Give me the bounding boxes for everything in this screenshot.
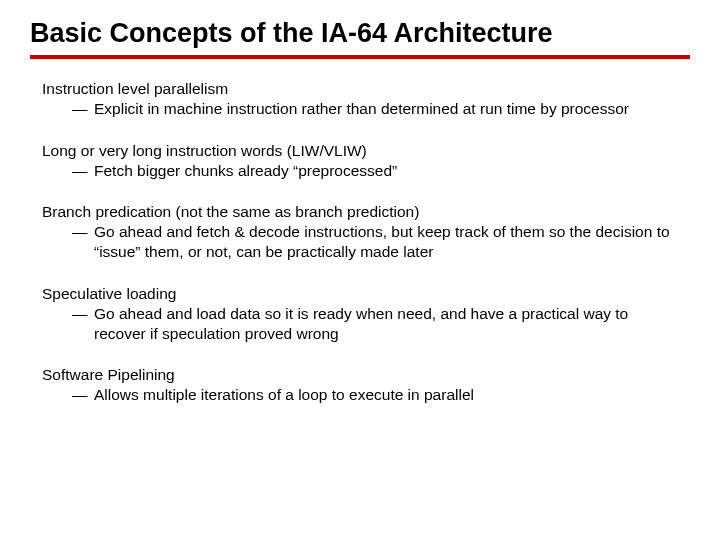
topic-speculative: Speculative loading — Go ahead and load … <box>30 284 690 343</box>
topic-sub: — Go ahead and fetch & decode instructio… <box>30 222 690 262</box>
bullet-dash-icon: — <box>72 304 94 344</box>
topic-sub-text: Fetch bigger chunks already “preprocesse… <box>94 161 680 181</box>
topic-sub-text: Go ahead and load data so it is ready wh… <box>94 304 680 344</box>
topic-predication: Branch predication (not the same as bran… <box>30 202 690 261</box>
bullet-dash-icon: — <box>72 99 94 119</box>
slide-body: Instruction level parallelism — Explicit… <box>30 79 690 405</box>
topic-head: Speculative loading <box>30 284 690 304</box>
slide: Basic Concepts of the IA-64 Architecture… <box>0 0 720 540</box>
topic-sub: — Explicit in machine instruction rather… <box>30 99 690 119</box>
topic-vliw: Long or very long instruction words (LIW… <box>30 141 690 181</box>
topic-pipelining: Software Pipelining — Allows multiple it… <box>30 365 690 405</box>
topic-sub-text: Go ahead and fetch & decode instructions… <box>94 222 680 262</box>
slide-title: Basic Concepts of the IA-64 Architecture <box>30 18 690 59</box>
topic-head: Software Pipelining <box>30 365 690 385</box>
bullet-dash-icon: — <box>72 222 94 262</box>
topic-sub: — Allows multiple iterations of a loop t… <box>30 385 690 405</box>
topic-head: Long or very long instruction words (LIW… <box>30 141 690 161</box>
topic-sub: — Fetch bigger chunks already “preproces… <box>30 161 690 181</box>
bullet-dash-icon: — <box>72 385 94 405</box>
topic-sub: — Go ahead and load data so it is ready … <box>30 304 690 344</box>
topic-sub-text: Explicit in machine instruction rather t… <box>94 99 680 119</box>
bullet-dash-icon: — <box>72 161 94 181</box>
topic-sub-text: Allows multiple iterations of a loop to … <box>94 385 680 405</box>
topic-ilp: Instruction level parallelism — Explicit… <box>30 79 690 119</box>
topic-head: Instruction level parallelism <box>30 79 690 99</box>
topic-head: Branch predication (not the same as bran… <box>30 202 690 222</box>
